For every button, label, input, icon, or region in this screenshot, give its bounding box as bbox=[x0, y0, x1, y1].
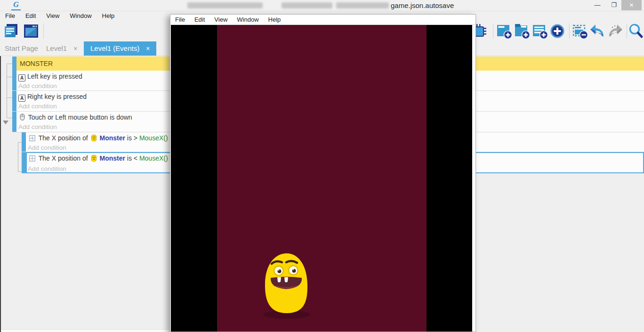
game-viewport[interactable] bbox=[171, 25, 472, 332]
add-condition-link[interactable]: Add condition bbox=[18, 82, 57, 89]
menu-file[interactable]: File bbox=[0, 11, 20, 19]
add-condition-link[interactable]: Add condition bbox=[28, 144, 66, 151]
add-comment-button[interactable] bbox=[531, 23, 548, 40]
toolbar-separator bbox=[493, 24, 493, 39]
undo-button[interactable] bbox=[589, 23, 606, 40]
redo-button[interactable] bbox=[607, 23, 624, 40]
tab-close-icon[interactable]: × bbox=[73, 45, 77, 52]
event-color-bar bbox=[12, 71, 16, 90]
blurred-title-segment bbox=[187, 2, 263, 8]
tab-level1[interactable]: Level1× bbox=[46, 41, 77, 56]
title-bar: G game.json.autosave — ❐ ✕ bbox=[0, 0, 644, 11]
position-icon bbox=[29, 155, 35, 162]
event-tree-line bbox=[7, 64, 7, 118]
tab-level1-events[interactable]: Level1 (Events)× bbox=[84, 41, 156, 56]
preview-menu-edit[interactable]: Edit bbox=[190, 15, 209, 23]
keyboard-key-icon: A bbox=[18, 95, 25, 102]
close-button[interactable]: ✕ bbox=[621, 0, 642, 10]
condition-xpos-lt[interactable]: The X position of Monster is < MouseX() … bbox=[28, 154, 172, 162]
subevent-tree-line bbox=[18, 142, 18, 171]
minimize-button[interactable]: — bbox=[589, 0, 605, 10]
preview-menu-bar: FileEditViewWindowHelp bbox=[170, 15, 475, 25]
preview-menu-window[interactable]: Window bbox=[232, 15, 263, 23]
event-color-bar bbox=[12, 91, 16, 111]
event-tree-line bbox=[7, 77, 12, 77]
add-event-button[interactable] bbox=[496, 23, 513, 40]
subevent-tree-line bbox=[18, 142, 22, 143]
menu-edit[interactable]: Edit bbox=[20, 11, 41, 19]
condition-touch-mouse[interactable]: Touch or Left mouse button is down bbox=[18, 113, 132, 121]
gdevelop-logo-icon: G bbox=[11, 1, 21, 10]
blurred-title-segment bbox=[282, 2, 332, 8]
add-condition-link[interactable]: Add condition bbox=[18, 103, 57, 110]
event-tree-line bbox=[7, 64, 12, 64]
tab-start-page[interactable]: Start Page bbox=[5, 41, 38, 56]
add-condition-link[interactable]: Add condition bbox=[18, 123, 57, 130]
events-sheet-icon[interactable] bbox=[3, 23, 20, 40]
delete-event-button[interactable] bbox=[572, 23, 588, 40]
toolbar-separator bbox=[627, 24, 627, 39]
search-button[interactable] bbox=[628, 23, 644, 40]
toolbar-separator bbox=[569, 24, 570, 39]
monster-object-icon bbox=[91, 155, 97, 162]
keyboard-key-icon: A bbox=[18, 74, 25, 81]
add-condition-link[interactable]: Add condition bbox=[28, 165, 66, 172]
monster-sprite bbox=[259, 252, 312, 322]
preview-menu-file[interactable]: File bbox=[170, 15, 190, 23]
expand-collapse-arrow[interactable] bbox=[3, 121, 8, 124]
add-other-event-button[interactable] bbox=[549, 23, 566, 40]
preview-menu-help[interactable]: Help bbox=[264, 15, 286, 23]
scene-editor-icon[interactable] bbox=[23, 23, 40, 40]
condition-right-key[interactable]: ARight key is pressed bbox=[18, 93, 87, 102]
position-icon bbox=[29, 135, 35, 141]
event-color-bar bbox=[22, 132, 26, 152]
game-stage[interactable] bbox=[217, 25, 427, 332]
menu-help[interactable]: Help bbox=[97, 11, 120, 19]
add-subevent-button[interactable] bbox=[514, 23, 531, 40]
menu-window[interactable]: Window bbox=[64, 11, 97, 19]
condition-xpos-gt[interactable]: The X position of Monster is > MouseX() … bbox=[28, 134, 172, 142]
event-color-bar bbox=[12, 112, 16, 132]
preview-menu-view[interactable]: View bbox=[209, 15, 232, 23]
condition-left-key[interactable]: ALeft key is pressed bbox=[18, 73, 82, 81]
tab-close-icon[interactable]: × bbox=[146, 45, 150, 52]
event-color-bar bbox=[23, 153, 27, 172]
toolbar-separator bbox=[43, 24, 44, 39]
menu-view[interactable]: View bbox=[41, 11, 64, 19]
event-color-bar bbox=[12, 57, 16, 71]
game-preview-window: FileEditViewWindowHelp bbox=[170, 14, 476, 332]
comment-text: MONSTER bbox=[20, 60, 53, 67]
gdevelop-window: MONSTER ALeft key is pressed Add conditi… bbox=[0, 0, 644, 332]
restore-button[interactable]: ❐ bbox=[606, 0, 621, 10]
blurred-title-segment bbox=[336, 2, 389, 8]
window-title: game.json.autosave bbox=[391, 1, 454, 9]
horizontal-scrollbar[interactable] bbox=[1, 329, 169, 332]
event-tree-line bbox=[7, 97, 12, 98]
mouse-icon bbox=[20, 113, 25, 121]
monster-object-icon bbox=[91, 135, 97, 141]
subevent-tree-line bbox=[18, 171, 22, 172]
window-left-edge bbox=[0, 11, 1, 332]
event-tree-line bbox=[7, 118, 12, 118]
